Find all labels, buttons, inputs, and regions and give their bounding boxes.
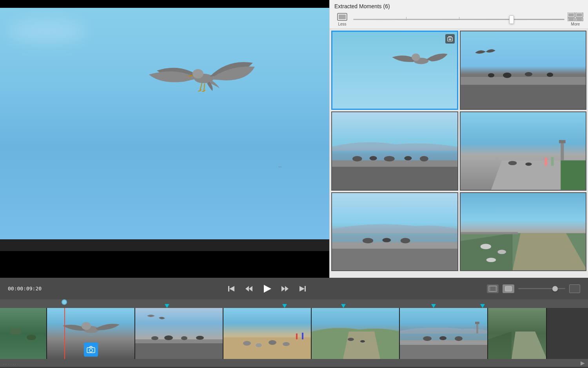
svg-point-112 <box>423 336 432 341</box>
svg-rect-51 <box>332 233 457 242</box>
scroll-dots: ....... <box>3 361 20 365</box>
timeline-marker-2 <box>282 304 287 308</box>
svg-point-83 <box>10 328 22 335</box>
svg-rect-11 <box>568 18 574 21</box>
svg-rect-33 <box>332 167 457 190</box>
moment-thumb-1[interactable] <box>331 31 458 110</box>
fast-forward-button[interactable] <box>279 283 290 294</box>
moment-thumb-2[interactable] <box>460 31 587 110</box>
svg-point-28 <box>503 73 511 78</box>
svg-point-99 <box>243 341 251 346</box>
moments-quantity-slider[interactable] <box>353 14 564 26</box>
svg-point-87 <box>82 322 91 330</box>
timeline-marker-5 <box>480 304 485 308</box>
moment-thumb-5[interactable] <box>331 192 458 271</box>
svg-point-35 <box>352 156 362 162</box>
svg-point-101 <box>269 340 276 345</box>
svg-marker-64 <box>245 286 249 291</box>
thumbnail-size-indicator <box>569 284 580 293</box>
svg-point-1 <box>192 69 203 78</box>
svg-rect-14 <box>332 32 457 109</box>
svg-rect-49 <box>332 242 457 248</box>
moments-slider-row: Less <box>334 12 583 27</box>
moments-header: Extracted Moments (6) Less <box>330 0 588 29</box>
zoom-slider[interactable] <box>518 286 565 292</box>
timeline-area: ....... ▶ <box>0 299 588 368</box>
clip-segment-1[interactable] <box>47 308 135 359</box>
svg-rect-104 <box>302 333 303 339</box>
svg-point-27 <box>488 73 494 77</box>
timecode-display: 00:00:09:20 <box>8 286 47 291</box>
svg-point-89 <box>89 349 93 352</box>
timeline-marker-4 <box>431 304 436 308</box>
less-label: Less <box>338 22 346 26</box>
video-black-bar-bottom <box>0 239 329 251</box>
svg-rect-25 <box>461 77 586 85</box>
svg-point-58 <box>497 250 506 254</box>
svg-marker-67 <box>285 286 289 291</box>
svg-rect-98 <box>223 337 312 359</box>
svg-marker-63 <box>249 286 252 291</box>
playhead-line <box>64 308 65 359</box>
svg-rect-13 <box>577 18 582 21</box>
svg-line-3 <box>204 84 205 91</box>
filmstrip-view-button[interactable] <box>487 284 499 293</box>
skip-to-end-button[interactable] <box>298 283 309 294</box>
svg-point-53 <box>382 238 391 242</box>
moments-grid <box>330 29 588 273</box>
svg-point-36 <box>370 156 377 160</box>
transport-bar: 00:00:09:20 <box>0 278 588 299</box>
less-icon <box>337 13 348 21</box>
timeline-scrollbar[interactable]: ....... ▶ <box>0 359 588 367</box>
single-view-button[interactable] <box>503 284 514 293</box>
svg-rect-103 <box>296 333 298 339</box>
camera-snapshot-icon[interactable] <box>84 342 98 357</box>
video-black-bar-top <box>0 0 329 8</box>
clip-segment-partial[interactable] <box>488 308 547 359</box>
svg-rect-110 <box>400 345 488 359</box>
clip-segment-4[interactable] <box>312 308 400 359</box>
clip-segment-5[interactable] <box>400 308 488 359</box>
more-icon <box>568 13 583 21</box>
skip-to-start-button[interactable] <box>225 283 236 294</box>
svg-point-93 <box>151 336 158 340</box>
moment-thumb-6[interactable] <box>460 192 587 271</box>
timeline-marker-3 <box>341 304 346 308</box>
svg-marker-69 <box>305 286 306 291</box>
delete-moment-1-button[interactable] <box>445 34 455 44</box>
clip-segment-2[interactable] <box>135 308 223 359</box>
svg-rect-41 <box>561 160 586 190</box>
timeline-clips[interactable] <box>0 308 588 359</box>
svg-rect-109 <box>400 340 488 345</box>
svg-rect-46 <box>561 142 564 160</box>
svg-point-37 <box>384 156 394 162</box>
video-player: — <box>0 0 329 278</box>
moment-thumb-4[interactable] <box>460 111 587 191</box>
svg-rect-47 <box>559 140 565 143</box>
play-button[interactable] <box>261 283 272 294</box>
playhead-top <box>62 299 67 305</box>
svg-point-107 <box>360 340 365 342</box>
video-content[interactable]: — <box>0 8 329 239</box>
moments-title: Extracted Moments (6) <box>334 3 583 9</box>
svg-rect-32 <box>332 160 457 167</box>
svg-rect-60 <box>461 232 518 234</box>
svg-point-100 <box>256 343 262 347</box>
scroll-arrow[interactable]: ▶ <box>581 360 585 366</box>
svg-rect-7 <box>568 13 574 16</box>
svg-rect-42 <box>544 158 547 166</box>
svg-rect-5 <box>339 15 346 19</box>
svg-point-106 <box>348 338 354 341</box>
svg-point-59 <box>486 258 496 262</box>
rewind-button[interactable] <box>243 283 254 294</box>
clip-segment-3[interactable] <box>223 308 312 359</box>
svg-rect-26 <box>461 85 586 109</box>
moment-thumb-3[interactable] <box>331 111 458 191</box>
svg-point-102 <box>283 342 290 346</box>
svg-rect-91 <box>135 339 223 343</box>
svg-rect-115 <box>476 323 478 333</box>
svg-marker-65 <box>264 285 271 293</box>
clip-segment-0[interactable] <box>0 308 47 359</box>
svg-marker-66 <box>281 286 285 291</box>
less-icon-container: Less <box>334 13 350 26</box>
